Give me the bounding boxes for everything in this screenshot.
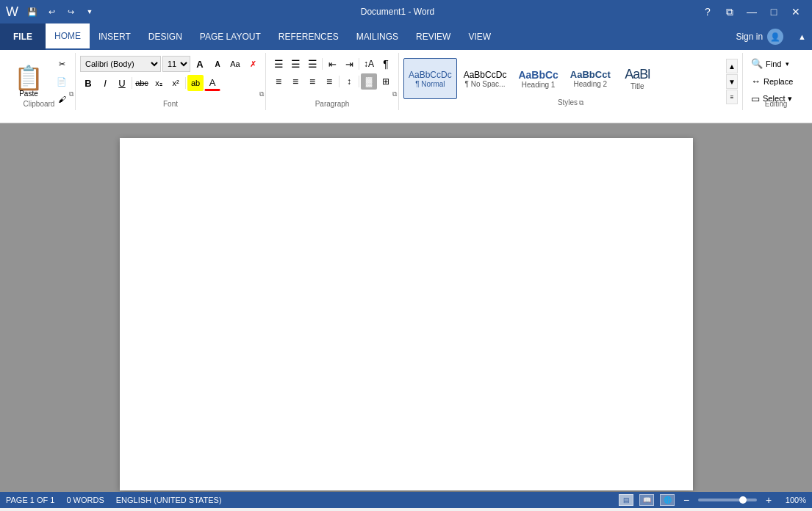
- decrease-indent-button[interactable]: ⇤: [324, 56, 340, 72]
- zoom-out-button[interactable]: −: [680, 494, 692, 506]
- paste-icon: 📋: [14, 66, 43, 90]
- font-group-label: Font: [163, 98, 178, 110]
- style-normal[interactable]: AaBbCcDc ¶ Normal: [403, 58, 457, 99]
- zoom-thumb[interactable]: [739, 496, 747, 504]
- minimize-button[interactable]: —: [741, 1, 762, 22]
- italic-button[interactable]: I: [97, 75, 113, 91]
- increase-indent-button[interactable]: ⇥: [341, 56, 357, 72]
- bold-button[interactable]: B: [80, 75, 96, 91]
- format-painter-button[interactable]: 🖌: [53, 91, 71, 107]
- paste-button[interactable]: 📋 Paste: [7, 63, 50, 101]
- align-right-button[interactable]: ≡: [304, 73, 320, 90]
- show-paragraph-button[interactable]: ¶: [378, 56, 394, 72]
- justify-button[interactable]: ≡: [321, 73, 337, 90]
- menu-bar: FILE HOME INSERT DESIGN PAGE LAYOUT REFE…: [0, 23, 812, 50]
- paragraph-group-expand[interactable]: ⧉: [392, 90, 397, 98]
- tab-home[interactable]: HOME: [46, 23, 90, 50]
- ribbon-group-styles: AaBbCcDc ¶ Normal AaBbCcDc ¶ No Spac... …: [399, 53, 743, 110]
- close-button[interactable]: ✕: [786, 1, 806, 22]
- help-button[interactable]: ?: [697, 1, 718, 22]
- window-controls: ? ⧉ — □ ✕: [697, 1, 806, 22]
- replace-label: Replace: [764, 77, 793, 86]
- styles-group-label: Styles: [558, 97, 578, 109]
- sort-button[interactable]: ↕A: [361, 56, 377, 72]
- cut-button[interactable]: ✂: [53, 56, 71, 72]
- font-group-expand[interactable]: ⧉: [259, 90, 264, 98]
- text-highlight-button[interactable]: ab: [187, 75, 204, 91]
- shrink-font-button[interactable]: A: [209, 56, 226, 72]
- undo-qat-button[interactable]: ↩: [43, 4, 60, 20]
- style-heading2-label: Heading 2: [574, 80, 608, 88]
- tab-view[interactable]: VIEW: [459, 23, 500, 50]
- tab-file[interactable]: FILE: [0, 23, 46, 50]
- styles-scroll-up[interactable]: ▲: [726, 59, 738, 73]
- superscript-button[interactable]: x²: [168, 75, 184, 91]
- numbering-button[interactable]: ☰: [287, 56, 303, 72]
- bullets-button[interactable]: ☰: [270, 56, 287, 72]
- maximize-button[interactable]: □: [764, 1, 784, 22]
- clear-formatting-button[interactable]: ✗: [245, 56, 261, 72]
- ribbon: 📋 Paste ✂ 📄 🖌 Clipboard ⧉ Calibri (Body): [0, 50, 812, 123]
- status-left: PAGE 1 OF 1 0 WORDS ENGLISH (UNITED STAT…: [6, 496, 222, 504]
- sign-in-button[interactable]: Sign in 👤: [727, 23, 792, 50]
- borders-button[interactable]: ⊞: [378, 73, 394, 90]
- styles-scroll-down[interactable]: ▼: [726, 74, 738, 89]
- multilevel-list-button[interactable]: ☰: [304, 56, 320, 72]
- replace-icon: ↔: [751, 76, 761, 87]
- style-title[interactable]: AaBl Title: [617, 58, 658, 99]
- paragraph-row2: ≡ ≡ ≡ ≡ ↕ ▓ ⊞: [270, 73, 394, 90]
- document-page[interactable]: [120, 138, 693, 490]
- font-name-select[interactable]: Calibri (Body): [80, 56, 161, 72]
- find-icon: 🔍: [751, 58, 763, 69]
- clipboard-group-expand[interactable]: ⧉: [69, 90, 73, 98]
- subscript-button[interactable]: x₂: [151, 75, 167, 91]
- font-size-select[interactable]: 11: [162, 56, 190, 72]
- replace-button[interactable]: ↔ Replace: [747, 73, 797, 89]
- print-layout-view-button[interactable]: ▤: [619, 494, 633, 506]
- zoom-level: 100%: [780, 496, 806, 504]
- clipboard-group-label: Clipboard: [24, 98, 55, 110]
- underline-button[interactable]: U: [114, 75, 130, 91]
- read-mode-view-button[interactable]: 📖: [639, 494, 654, 506]
- ribbon-content: 📋 Paste ✂ 📄 🖌 Clipboard ⧉ Calibri (Body): [3, 53, 809, 110]
- ribbon-group-clipboard: 📋 Paste ✂ 📄 🖌 Clipboard ⧉: [3, 53, 76, 110]
- style-heading1-label: Heading 1: [522, 81, 556, 89]
- align-center-button[interactable]: ≡: [287, 73, 303, 90]
- tab-mailings[interactable]: MAILINGS: [348, 23, 407, 50]
- line-spacing-button[interactable]: ↕: [341, 73, 357, 90]
- strikethrough-button[interactable]: abc: [134, 75, 150, 91]
- styles-more-button[interactable]: ≡: [726, 90, 738, 104]
- tab-insert[interactable]: INSERT: [90, 23, 140, 50]
- customize-qat-button[interactable]: ▼: [82, 4, 98, 20]
- ribbon-group-font: Calibri (Body) 11 A A Aa ✗ B I U abc: [76, 53, 266, 110]
- tab-references[interactable]: REFERENCES: [270, 23, 348, 50]
- paragraph-group-label: Paragraph: [315, 98, 350, 110]
- style-heading1-preview: AaBbCc: [518, 69, 558, 81]
- ribbon-collapse-button[interactable]: ▲: [792, 23, 812, 50]
- styles-group-expand[interactable]: ⧉: [579, 99, 583, 107]
- page-indicator: PAGE 1 OF 1: [6, 496, 54, 504]
- style-no-spacing[interactable]: AaBbCcDc ¶ No Spac...: [459, 58, 512, 99]
- font-color-button[interactable]: A: [204, 75, 220, 91]
- style-heading2[interactable]: AaBbCct Heading 2: [565, 58, 616, 99]
- status-bar: PAGE 1 OF 1 0 WORDS ENGLISH (UNITED STAT…: [0, 492, 812, 508]
- zoom-slider[interactable]: [698, 499, 757, 501]
- web-layout-view-button[interactable]: 🌐: [660, 494, 675, 506]
- shading-button[interactable]: ▓: [361, 73, 377, 90]
- change-case-button[interactable]: Aa: [227, 56, 243, 72]
- find-button[interactable]: 🔍 Find ▾: [747, 56, 793, 71]
- tab-page-layout[interactable]: PAGE LAYOUT: [191, 23, 270, 50]
- style-heading1[interactable]: AaBbCc Heading 1: [513, 58, 563, 99]
- para-sep3: [339, 76, 339, 87]
- align-left-button[interactable]: ≡: [270, 73, 287, 90]
- tab-design[interactable]: DESIGN: [140, 23, 191, 50]
- zoom-in-button[interactable]: +: [763, 494, 775, 506]
- tab-review[interactable]: REVIEW: [407, 23, 459, 50]
- font-format-row: B I U abc x₂ x² ab A: [80, 75, 220, 91]
- restore-down-button[interactable]: ⧉: [719, 1, 740, 22]
- grow-font-button[interactable]: A: [192, 56, 208, 72]
- redo-qat-button[interactable]: ↪: [62, 4, 79, 20]
- document-area[interactable]: [0, 123, 812, 492]
- copy-button[interactable]: 📄: [53, 73, 71, 90]
- save-qat-button[interactable]: 💾: [24, 4, 40, 20]
